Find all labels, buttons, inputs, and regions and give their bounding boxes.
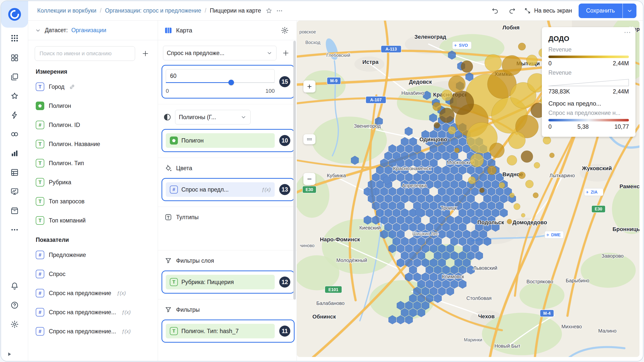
legend-size-label: Revenue <box>548 69 629 76</box>
dataset-header[interactable]: Датасет: Организации <box>28 21 158 40</box>
dataset-field-row[interactable]: Полигон <box>28 96 158 115</box>
rail-star-button[interactable] <box>8 89 22 103</box>
map-city-label: Восход <box>305 40 320 45</box>
breadcrumb-item[interactable]: Организации: спрос и предложение <box>105 7 201 14</box>
chip-label: Полигон <box>181 137 271 144</box>
rail-bolt-button[interactable] <box>8 109 22 122</box>
map-city-label: Востряково <box>527 279 553 284</box>
field-label: Спрос <box>49 271 65 278</box>
number-field-icon: # <box>170 186 178 194</box>
dataset-name-link[interactable]: Организации <box>71 27 106 34</box>
scrollbar-thumb[interactable] <box>293 41 296 300</box>
breadcrumb-item: Пиццерии на карте <box>210 7 261 14</box>
color-field-chip[interactable]: # Спрос на предл... ƒ(x) <box>166 182 275 197</box>
rail-dots-button[interactable] <box>8 223 22 236</box>
legend-layer1-title: ДОДО <box>548 35 629 43</box>
favorite-button[interactable] <box>264 6 274 16</box>
dataset-field-row[interactable]: #Спрос на предложениеƒ(x) <box>28 284 158 303</box>
filter-chip[interactable]: T Полигон. Тип: hash_7 <box>166 324 275 338</box>
save-menu-button[interactable] <box>622 4 636 18</box>
ruler-button[interactable] <box>303 134 315 144</box>
map-area: ровскоеВосходГлебовскийЗеленоградЛобняПу… <box>297 21 639 357</box>
number-field-icon: # <box>36 270 44 278</box>
field-label: Предложение <box>49 252 86 258</box>
legend-menu-button[interactable]: ⋯ <box>624 28 631 36</box>
collapse-sidebar-button[interactable] <box>4 350 14 359</box>
dataset-field-row[interactable]: TГород <box>28 77 158 96</box>
help-icon <box>10 301 19 309</box>
more-actions-button[interactable] <box>274 6 285 16</box>
zoom-out-button[interactable]: − <box>303 173 315 185</box>
rail-bars-button[interactable] <box>8 147 22 160</box>
chip-label: Рубрика: Пиццерия <box>181 279 271 286</box>
rail-help-button[interactable] <box>8 299 22 312</box>
all-services-button[interactable] <box>8 32 22 45</box>
logo-tab[interactable] <box>1 1 28 28</box>
dataset-field-row[interactable]: #Спрос на предложение...ƒ(x) <box>28 303 158 322</box>
rail-gear-button[interactable] <box>8 318 22 331</box>
opacity-slider[interactable] <box>166 80 275 85</box>
chart-config-panel: Карта Спрос на предложе... 60 0 100 <box>158 21 297 361</box>
opacity-group: 60 0 100 15 <box>162 65 295 99</box>
tooltip-icon <box>165 213 172 221</box>
rail-collections-button[interactable] <box>8 70 22 83</box>
dataset-field-row[interactable]: TТоп компаний <box>28 211 158 230</box>
slider-min: 0 <box>166 88 169 94</box>
dataset-field-row[interactable]: #Полигон. ID <box>28 115 158 134</box>
dataset-field-row[interactable]: TПолигон. Название <box>28 134 158 154</box>
rail-table-button[interactable] <box>8 166 22 179</box>
rail-rings-button[interactable] <box>8 128 22 141</box>
breadcrumb-item[interactable]: Коллекции и воркбуки <box>37 7 96 14</box>
opacity-slider-handle[interactable] <box>228 80 234 85</box>
geotype-select[interactable]: Полигоны (Г... <box>175 110 251 124</box>
geotype-row: Полигоны (Г... <box>158 104 297 124</box>
map-city-label: Нахабино <box>401 90 424 96</box>
dataset-field-row[interactable]: #Спрос <box>28 264 158 284</box>
map-city-label: Михнево <box>561 324 582 329</box>
dimensions-list: TГородПолигон#Полигон. IDTПолигон. Назва… <box>28 77 158 230</box>
opacity-value: 60 <box>170 73 177 79</box>
step-badge-13: 13 <box>279 184 290 195</box>
map-city-label: Одинцово <box>419 136 447 143</box>
widgets-icon <box>10 54 19 62</box>
zoom-in-button[interactable]: + <box>303 80 315 93</box>
colors-title: Цвета <box>176 165 192 172</box>
geofield-chip[interactable]: Полигон <box>166 133 275 148</box>
layer-filter-chip[interactable]: T Рубрика: Пиццерия <box>166 275 275 289</box>
chart-settings-button[interactable] <box>279 25 291 36</box>
rail-bell-button[interactable] <box>8 280 22 293</box>
add-field-button[interactable] <box>140 48 151 59</box>
dataset-field-row[interactable]: TТоп запросов <box>28 192 158 211</box>
redo-button[interactable] <box>507 6 517 16</box>
measures-title: Показатели <box>28 230 158 245</box>
colors-group: # Спрос на предл... ƒ(x) 13 <box>162 178 295 201</box>
rail-box-button[interactable] <box>8 204 22 217</box>
legend-scale-max: 10,77 <box>614 123 629 130</box>
bell-icon <box>10 282 19 290</box>
map-city-label: Молодёжный <box>336 257 367 263</box>
rail-nav <box>8 51 22 236</box>
dataset-field-row[interactable]: TРубрика <box>28 173 158 192</box>
number-field-icon: # <box>36 308 44 316</box>
search-input[interactable] <box>35 46 135 61</box>
geotype-value: Полигоны (Г... <box>179 114 216 121</box>
save-button[interactable]: Сохранить <box>579 4 622 18</box>
dots-icon <box>10 225 19 234</box>
undo-button[interactable] <box>490 6 500 16</box>
rail-monitor-button[interactable] <box>8 185 22 198</box>
map-city-label: Обнинск <box>312 313 336 320</box>
map-city-label: Львовский <box>473 265 497 271</box>
dataset-field-row[interactable]: #Спрос на предложение...ƒ(x) <box>28 322 158 341</box>
breadcrumb: Коллекции и воркбуки/Организации: спрос … <box>37 7 261 14</box>
plus-icon <box>142 50 149 57</box>
measures-list: #Предложение#Спрос#Спрос на предложениеƒ… <box>28 245 158 341</box>
add-layer-button[interactable] <box>280 47 292 59</box>
road-shield: М-4 <box>540 310 554 317</box>
formula-icon: ƒ(x) <box>122 328 131 334</box>
layer-select[interactable]: Спрос на предложе... <box>163 46 276 60</box>
map-city-label: Зеленоград <box>414 34 446 40</box>
rail-widgets-button[interactable] <box>8 51 22 64</box>
dataset-field-row[interactable]: #Предложение <box>28 245 158 264</box>
dataset-field-row[interactable]: TПолигон. Тип <box>28 154 158 173</box>
fullscreen-button[interactable]: На весь экран <box>524 7 572 14</box>
